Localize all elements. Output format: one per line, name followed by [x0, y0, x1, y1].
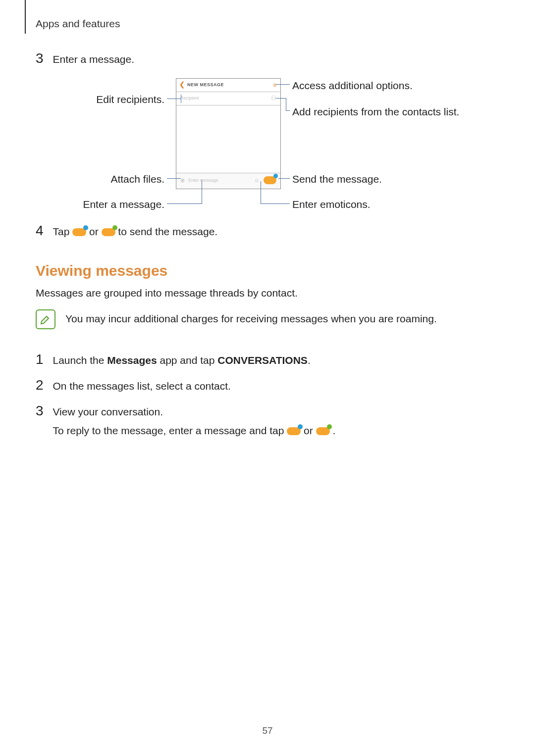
step-text: Enter a message. [53, 50, 134, 65]
send-sim1-icon [287, 427, 301, 435]
emoticon-icon: ☺ [254, 177, 260, 183]
breadcrumb: Apps and features [36, 18, 120, 30]
tab-name: CONVERSATIONS [217, 354, 308, 366]
intro-paragraph: Messages are grouped into message thread… [36, 287, 500, 299]
step-number: 2 [36, 377, 51, 393]
send-sim2-icon [316, 427, 330, 435]
callout-line [278, 178, 290, 179]
phone-footer: ⊗ Enter message ☺ [176, 173, 280, 188]
callout-line [181, 95, 181, 103]
back-icon: ❮ [179, 81, 185, 88]
page-number: 57 [0, 725, 535, 736]
view-step-3: 3 View your conversation. To reply to th… [36, 403, 500, 437]
app-name: Messages [107, 354, 157, 366]
enter-placeholder: Enter message [188, 178, 218, 183]
phone-body [176, 105, 280, 173]
step-number: 3 [36, 50, 51, 66]
recipient-row: Recipient ⚇ [176, 92, 280, 105]
recipient-placeholder: Recipient [180, 96, 199, 101]
callout-line [167, 178, 181, 179]
callout-line [202, 180, 202, 203]
text-fragment: to send the message. [118, 226, 217, 237]
send-sim1-icon [72, 228, 86, 236]
callout-access-options: Access additional options. [292, 79, 461, 92]
text-fragment: or [304, 425, 316, 436]
text-fragment: or [89, 226, 102, 237]
callout-line [276, 98, 286, 99]
step-3: 3 Enter a message. [36, 50, 500, 66]
step-text: Launch the Messages app and tap CONVERSA… [53, 352, 310, 366]
phone-mock: ❮ NEW MESSAGE ≡ Recipient ⚇ ⊗ Enter mess… [176, 78, 281, 189]
callout-line [261, 181, 261, 203]
section-title-viewing-messages: Viewing messages [36, 262, 167, 279]
view-step-2: 2 On the messages list, select a contact… [36, 377, 500, 393]
note-icon [36, 309, 55, 329]
text-fragment: Launch the [53, 354, 107, 366]
step-number: 4 [36, 223, 51, 239]
callout-enter-emoticons: Enter emoticons. [292, 198, 461, 211]
step-number: 3 [36, 403, 51, 419]
attach-icon: ⊗ [180, 177, 185, 184]
text-fragment: . [308, 354, 311, 366]
callout-add-contacts: Add recipients from the contacts list. [292, 105, 461, 118]
step-text: On the messages list, select a contact. [53, 377, 231, 392]
callout-line [286, 110, 290, 111]
phone-title: NEW MESSAGE [187, 82, 224, 87]
step-number: 1 [36, 352, 51, 367]
phone-header: ❮ NEW MESSAGE ≡ [176, 79, 280, 92]
callout-send-message: Send the message. [292, 173, 461, 186]
callout-attach-files: Attach files. [36, 173, 164, 186]
callout-enter-message: Enter a message. [36, 198, 164, 211]
note-text: You may incur additional charges for rec… [65, 313, 500, 325]
send-sim2-icon [102, 228, 115, 236]
step-text: View your conversation. To reply to the … [53, 403, 335, 437]
text-fragment: To reply to the message, enter a message… [53, 425, 287, 436]
callout-line [167, 203, 202, 204]
page: Apps and features 3 Enter a message. ❮ N… [0, 0, 535, 756]
step-text: Tap or to send the message. [53, 223, 217, 238]
text-fragment: . [332, 425, 335, 436]
view-step-1: 1 Launch the Messages app and tap CONVER… [36, 352, 500, 367]
text-line: View your conversation. [53, 406, 163, 417]
send-icon [264, 176, 276, 184]
callout-line [276, 84, 290, 85]
step-subtext: To reply to the message, enter a message… [53, 425, 335, 437]
more-icon: ≡ [273, 82, 276, 89]
header-rule [25, 0, 26, 34]
callout-line [261, 203, 290, 204]
callout-line [286, 98, 286, 110]
step-4: 4 Tap or to send the message. [36, 223, 500, 239]
callout-edit-recipients: Edit recipients. [36, 93, 164, 106]
callout-line [167, 99, 181, 99]
text-fragment: app and tap [157, 354, 218, 366]
text-fragment: Tap [53, 226, 72, 237]
